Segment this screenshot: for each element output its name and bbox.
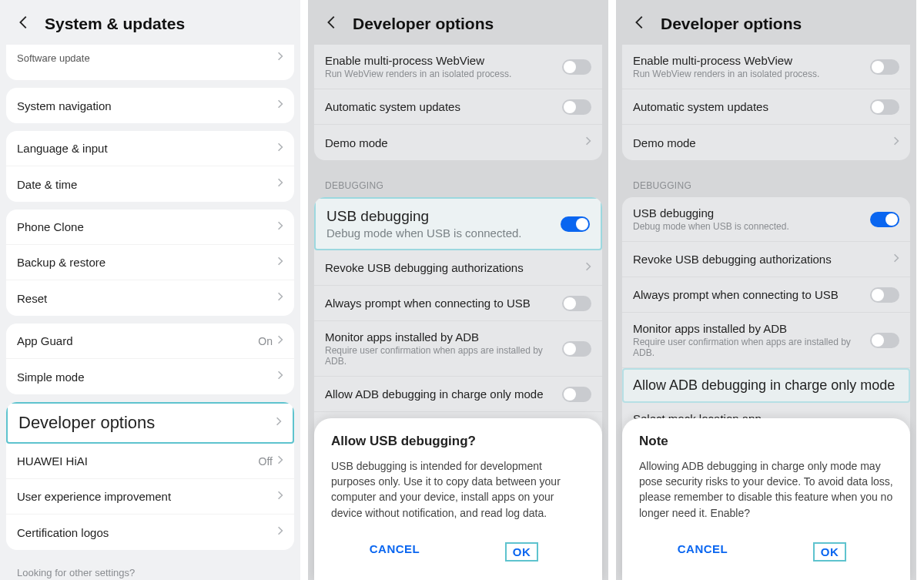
card: Language & input Date & time <box>6 131 294 202</box>
row-developer-options[interactable]: Developer options <box>6 402 294 444</box>
toggle-auto-update[interactable] <box>870 99 899 115</box>
row-auto-system-updates[interactable]: Automatic system updates <box>622 89 910 125</box>
row-usb-debugging[interactable]: USB debugging Debug mode when USB is con… <box>314 197 602 250</box>
row-title: User experience improvement <box>17 490 277 503</box>
row-revoke-usb[interactable]: Revoke USB debugging authorizations <box>622 242 910 277</box>
row-app-guard[interactable]: App Guard On <box>6 324 294 359</box>
cancel-button[interactable]: CANCEL <box>639 536 766 568</box>
row-title: Revoke USB debugging authorizations <box>325 261 585 274</box>
row-sub: Require user confirmation when apps are … <box>633 337 870 358</box>
row-reset[interactable]: Reset <box>6 280 294 316</box>
row-value: On <box>258 335 273 347</box>
card: App Guard On Simple mode <box>6 324 294 394</box>
toggle-usb-debugging[interactable] <box>561 216 590 232</box>
back-arrow-icon[interactable] <box>15 14 32 34</box>
row-certification-logos[interactable]: Certification logos <box>6 515 294 550</box>
row-sub: Require user confirmation when apps are … <box>325 345 562 367</box>
row-title: Allow ADB debugging in charge only mode <box>325 387 562 401</box>
row-phone-clone[interactable]: Phone Clone <box>6 210 294 245</box>
row-language-input[interactable]: Language & input <box>6 131 294 166</box>
row-monitor-adb[interactable]: Monitor apps installed by ADB Require us… <box>314 321 602 377</box>
chevron-right-icon <box>277 334 283 348</box>
row-title: Developer options <box>18 413 276 433</box>
dialog-title: Note <box>639 434 893 449</box>
card: Software update <box>6 45 294 80</box>
row-value: Off <box>259 455 273 468</box>
content: Software update System navigation Langua… <box>0 45 300 580</box>
toggle-webview[interactable] <box>562 59 591 75</box>
toggle-auto-update[interactable] <box>562 99 591 115</box>
row-title: Certification logos <box>17 526 277 539</box>
row-software-update[interactable]: Software update <box>6 45 294 80</box>
chevron-right-icon <box>893 136 899 149</box>
ok-highlight: OK <box>505 542 539 562</box>
chevron-right-icon <box>277 177 283 191</box>
page-title: Developer options <box>661 15 802 33</box>
chevron-right-icon <box>585 136 591 149</box>
footer-question: Looking for other settings? <box>17 567 283 578</box>
row-title: Automatic system updates <box>633 100 870 113</box>
row-title: Always prompt when connecting to USB <box>633 288 870 301</box>
row-title: Phone Clone <box>17 220 277 233</box>
card: Enable multi-process WebView Run WebView… <box>314 45 602 160</box>
row-always-prompt[interactable]: Always prompt when connecting to USB <box>622 277 910 313</box>
chevron-right-icon <box>276 416 282 430</box>
row-usb-debugging[interactable]: USB debugging Debug mode when USB is con… <box>622 197 910 242</box>
back-arrow-icon[interactable] <box>323 14 340 34</box>
header: Developer options <box>308 0 608 45</box>
row-auto-system-updates[interactable]: Automatic system updates <box>314 89 602 125</box>
dialog-body: USB debugging is intended for developmen… <box>331 458 585 521</box>
page-title: Developer options <box>353 15 494 33</box>
ok-button[interactable]: OK <box>458 536 585 568</box>
row-webview[interactable]: Enable multi-process WebView Run WebView… <box>314 45 602 89</box>
row-backup-restore[interactable]: Backup & restore <box>6 245 294 280</box>
footer-note: Looking for other settings? Accessibilit… <box>6 558 294 580</box>
row-sub: Debug mode when USB is connected. <box>326 226 561 240</box>
row-demo-mode[interactable]: Demo mode <box>314 125 602 160</box>
row-title: Backup & restore <box>17 256 277 269</box>
row-simple-mode[interactable]: Simple mode <box>6 359 294 394</box>
card: Enable multi-process WebView Run WebView… <box>622 45 910 160</box>
row-adb-charge-only[interactable]: Allow ADB debugging in charge only mode <box>314 377 602 412</box>
row-title: App Guard <box>17 334 258 347</box>
toggle-adb-charge[interactable] <box>562 387 591 402</box>
dialog-buttons: CANCEL OK <box>331 536 585 568</box>
chevron-right-icon <box>277 220 283 234</box>
toggle-usb-debugging[interactable] <box>870 212 899 227</box>
row-huawei-hiai[interactable]: HUAWEI HiAI Off <box>6 444 294 479</box>
row-demo-mode[interactable]: Demo mode <box>622 125 910 160</box>
toggle-always-prompt[interactable] <box>562 296 591 311</box>
dialog-body: Allowing ADB debugging in charge only mo… <box>639 458 893 521</box>
cancel-button[interactable]: CANCEL <box>331 536 458 568</box>
chevron-right-icon <box>277 51 283 65</box>
row-date-time[interactable]: Date & time <box>6 166 294 202</box>
row-adb-charge-only-highlight[interactable]: Allow ADB debugging in charge only mode <box>622 368 910 403</box>
row-sub: Run WebView renders in an isolated proce… <box>325 69 562 79</box>
toggle-monitor-adb[interactable] <box>562 341 591 357</box>
card: Phone Clone Backup & restore Reset <box>6 210 294 316</box>
ok-button[interactable]: OK <box>766 536 893 568</box>
row-monitor-adb[interactable]: Monitor apps installed by ADB Require us… <box>622 313 910 368</box>
row-title: Simple mode <box>17 370 277 384</box>
chevron-right-icon <box>277 99 283 112</box>
toggle-always-prompt[interactable] <box>870 287 899 303</box>
back-arrow-icon[interactable] <box>631 14 648 34</box>
row-user-experience[interactable]: User experience improvement <box>6 479 294 515</box>
card: Developer options HUAWEI HiAI Off User e… <box>6 402 294 550</box>
row-sub: Run WebView renders in an isolated proce… <box>633 69 870 79</box>
row-system-navigation[interactable]: System navigation <box>6 88 294 123</box>
dialog-note: Note Allowing ADB debugging in charge on… <box>622 418 910 580</box>
row-title: Allow ADB debugging in charge only mode <box>633 377 899 394</box>
chevron-right-icon <box>277 454 283 468</box>
row-title: Monitor apps installed by ADB <box>633 322 870 335</box>
chevron-right-icon <box>277 256 283 270</box>
chevron-right-icon <box>277 142 283 156</box>
row-revoke-usb[interactable]: Revoke USB debugging authorizations <box>314 250 602 286</box>
chevron-right-icon <box>277 490 283 504</box>
row-title: Always prompt when connecting to USB <box>325 297 562 310</box>
header: Developer options <box>616 0 916 45</box>
row-always-prompt[interactable]: Always prompt when connecting to USB <box>314 286 602 321</box>
toggle-monitor-adb[interactable] <box>870 333 899 348</box>
row-webview[interactable]: Enable multi-process WebView Run WebView… <box>622 45 910 89</box>
toggle-webview[interactable] <box>870 59 899 75</box>
